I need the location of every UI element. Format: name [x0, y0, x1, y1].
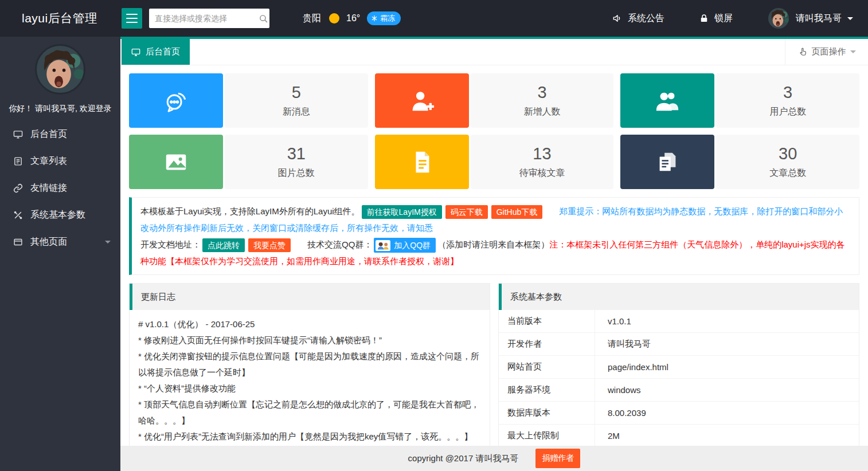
sidebar-avatar[interactable] — [35, 44, 85, 95]
table-row: 网站首页 page/index.html — [499, 356, 859, 379]
like-button[interactable]: 我要点赞 — [248, 238, 291, 252]
sidebar-item-links[interactable]: 友情链接 — [0, 175, 120, 202]
image-icon — [163, 149, 189, 175]
qq-label: 技术交流QQ群： — [307, 240, 372, 249]
stat-label: 文章总数 — [769, 167, 806, 179]
chevron-down-icon — [105, 241, 111, 246]
stat-card-new-users: 3 新增人数 — [375, 73, 614, 128]
donate-button[interactable]: 捐赠作者 — [535, 449, 580, 468]
changelog-entry: * 顶部天气信息自动判断位置【忘记之前是怎么想的做成北京的了，可能是我在大首都吧… — [138, 397, 481, 429]
snowflake-icon — [371, 15, 378, 22]
notice-panel: 本模板基于Layui实现，支持除LayIM外所有的Layui组件。前往获取Lay… — [129, 197, 859, 275]
chevron-down-icon — [847, 17, 853, 23]
sysparams-title: 系统基本参数 — [499, 284, 859, 310]
search-input[interactable] — [155, 14, 259, 23]
stat-label: 新增人数 — [523, 106, 560, 118]
stat-card-total-images: 31 图片总数 — [129, 135, 368, 189]
stat-card-total-articles: 30 文章总数 — [620, 135, 859, 189]
monitor-icon — [131, 48, 140, 57]
changelog-entry: * 优化“用户列表”无法查询到新添加的用户【竟然是因为我把key值写错了，该死。… — [138, 429, 481, 445]
stat-value: 3 — [783, 83, 792, 102]
join-qq-button[interactable]: 加入QQ群 — [374, 238, 436, 253]
sidebar-item-articles[interactable]: 文章列表 — [0, 148, 120, 175]
chevron-down-icon — [850, 50, 856, 56]
changelog-body: # v1.0.1（优化） - 2017-06-25 * 修改刚进入页面无任何操作… — [130, 310, 490, 451]
table-row: 服务器环境 windows — [499, 379, 859, 402]
hand-pointer-icon — [798, 47, 808, 57]
gitee-download-button[interactable]: 码云下载 — [445, 205, 488, 219]
stat-value: 31 — [287, 144, 306, 163]
stat-label: 待审核文章 — [519, 167, 565, 179]
stat-label: 新消息 — [283, 106, 310, 118]
github-download-button[interactable]: GitHub下载 — [491, 205, 543, 219]
app-title: layui后台管理 — [0, 10, 120, 26]
sidebar: 你好！ 请叫我马哥, 欢迎登录 后台首页 文章列表 友情链接 系统基本参数 其他… — [0, 37, 120, 471]
pages-icon — [13, 237, 23, 247]
user-avatar[interactable] — [768, 8, 789, 29]
tools-icon — [13, 210, 23, 220]
weather-temp: 16° — [346, 13, 360, 23]
article-icon — [13, 156, 23, 166]
page-actions-dropdown[interactable]: 页面操作 — [785, 39, 868, 65]
table-row: 数据库版本 8.00.2039 — [499, 402, 859, 425]
weather-frost-badge: 霜冻 — [367, 11, 401, 25]
stat-label: 用户总数 — [769, 106, 806, 118]
stat-value: 30 — [779, 144, 797, 163]
chat-icon — [163, 88, 189, 114]
changelog-entry: # v1.0.1（优化） - 2017-06-25 — [138, 316, 481, 332]
lock-icon — [699, 13, 709, 23]
link-icon — [13, 183, 23, 193]
footer: copyright @2017 请叫我马哥 捐赠作者 — [120, 446, 868, 471]
stat-cards: 5 新消息 3 新增人数 3 用户总数 — [129, 73, 859, 189]
layim-auth-button[interactable]: 前往获取LayIM授权 — [362, 205, 442, 219]
username-dropdown[interactable]: 请叫我马哥 — [796, 13, 842, 25]
stat-card-new-messages: 5 新消息 — [129, 73, 368, 128]
changelog-entry: * “个人资料”提供修改功能 — [138, 380, 481, 397]
table-row: 最大上传限制 2M — [499, 425, 859, 448]
stat-value: 3 — [537, 83, 546, 102]
sidebar-item-home[interactable]: 后台首页 — [0, 121, 120, 148]
stat-label: 图片总数 — [278, 167, 315, 179]
stat-value: 5 — [292, 83, 301, 102]
tab-bar: 后台首页 页面操作 — [120, 39, 868, 65]
user-add-icon — [409, 88, 435, 114]
changelog-panel: 更新日志 # v1.0.1（优化） - 2017-06-25 * 修改刚进入页面… — [129, 283, 490, 471]
files-icon — [654, 149, 681, 175]
sysparams-panel: 系统基本参数 当前版本 v1.0.1 开发作者 请叫我马哥 网站首页 page/… — [498, 283, 859, 471]
stat-card-pending-articles: 13 待审核文章 — [375, 135, 614, 189]
stat-card-total-users: 3 用户总数 — [620, 73, 859, 128]
search-icon — [259, 14, 268, 23]
sidebar-item-sysparams[interactable]: 系统基本参数 — [0, 202, 120, 229]
changelog-entry: * 修改刚进入页面无任何操作时按回车键提示“请输入解锁密码！” — [138, 332, 481, 348]
file-icon — [409, 149, 435, 175]
top-header: layui后台管理 贵阳 16° 霜冻 系统公告 锁屏 请叫我马哥 — [0, 0, 868, 37]
speaker-icon — [612, 13, 623, 23]
system-announcement-button[interactable]: 系统公告 — [612, 13, 664, 25]
weather-widget: 贵阳 16° 霜冻 — [303, 11, 401, 25]
tab-home[interactable]: 后台首页 — [122, 39, 190, 65]
menu-toggle-button[interactable] — [122, 8, 142, 29]
qq-avatars-icon — [376, 240, 390, 251]
weather-city: 贵阳 — [303, 13, 321, 25]
copyright-text: copyright @2017 请叫我马哥 — [408, 453, 519, 464]
lock-screen-button[interactable]: 锁屏 — [699, 13, 733, 25]
table-row: 当前版本 v1.0.1 — [499, 310, 859, 333]
sidebar-item-other-pages[interactable]: 其他页面 — [0, 229, 120, 256]
search-box — [149, 9, 269, 28]
table-row: 开发作者 请叫我马哥 — [499, 333, 859, 356]
monitor-icon — [13, 129, 23, 139]
docs-label: 开发文档地址： — [140, 240, 201, 249]
greeting-text: 你好！ 请叫我马哥, 欢迎登录 — [0, 104, 120, 114]
notice-intro: 本模板基于Layui实现，支持除LayIM外所有的Layui组件。 — [140, 206, 360, 216]
changelog-entry: * 优化关闭弹窗按钮的提示信息位置问题【可能是因为加载速度的原因，造成这个问题，… — [138, 348, 481, 380]
docs-link-button[interactable]: 点此跳转 — [202, 238, 245, 252]
main-area: 后台首页 页面操作 5 新消息 — [120, 37, 868, 471]
qq-note: （添加时请注明来自本框架） — [437, 240, 549, 249]
users-icon — [654, 88, 681, 114]
changelog-title: 更新日志 — [130, 284, 490, 310]
stat-value: 13 — [533, 144, 551, 163]
weather-sun-icon — [329, 13, 339, 23]
